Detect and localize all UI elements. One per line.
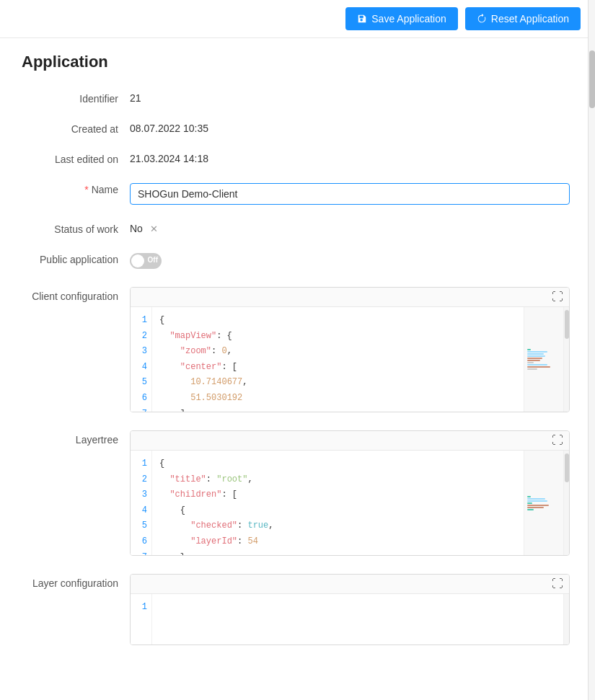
status-work-label: Status of work — [22, 219, 130, 235]
name-input[interactable] — [130, 183, 570, 205]
close-icon: ✕ — [150, 223, 158, 234]
name-row: Name — [22, 180, 573, 205]
layertree-code-body: 1234567 { "title": "root", "children": [… — [131, 451, 524, 555]
layer-config-line-numbers: 1 — [131, 594, 152, 644]
client-config-code-content: { "mapView": { "zoom": 0, "center": [ 10… — [152, 307, 524, 412]
layertree-code-content: { "title": "root", "children": [ { "chec… — [152, 451, 524, 555]
layer-config-code-body: 1 — [131, 594, 563, 644]
expand-icon: ⛶ — [552, 577, 563, 590]
identifier-row: Identifier 21 — [22, 89, 573, 105]
created-at-row: Created at 08.07.2022 10:35 — [22, 119, 573, 135]
status-work-value: No — [130, 223, 143, 234]
status-work-row: Status of work No ✕ — [22, 219, 573, 235]
layer-config-scrollbar[interactable] — [563, 594, 569, 644]
last-edited-row: Last edited on 21.03.2024 14:18 — [22, 149, 573, 165]
status-clear-button[interactable]: ✕ — [149, 223, 159, 234]
page-scrollbar[interactable] — [588, 0, 595, 674]
page-title: Application — [22, 53, 573, 71]
layertree-line-numbers: 1234567 — [131, 451, 152, 555]
toggle-slider: Off — [130, 253, 162, 269]
layer-config-editor[interactable]: ⛶ 1 — [130, 574, 570, 645]
public-application-row: Public application Off — [22, 249, 573, 269]
layertree-editor[interactable]: ⛶ 1234567 { "title": "root", "children":… — [130, 430, 570, 556]
layer-config-expand-button[interactable]: ⛶ — [549, 576, 566, 592]
client-config-scrollbar[interactable] — [563, 307, 569, 412]
layer-config-row: Layer configuration ⛶ 1 — [22, 570, 573, 645]
client-config-minimap — [524, 307, 563, 412]
reset-application-button[interactable]: Reset Application — [465, 7, 581, 30]
main-content: Application Identifier 21 Created at 08.… — [0, 38, 595, 674]
public-application-label: Public application — [22, 249, 130, 265]
layer-config-label: Layer configuration — [22, 570, 130, 589]
last-edited-label: Last edited on — [22, 149, 130, 165]
identifier-label: Identifier — [22, 89, 130, 105]
client-config-code-body: 1234567 { "mapView": { "zoom": 0, "cente… — [131, 307, 524, 412]
client-config-header: ⛶ — [131, 288, 569, 307]
page-scrollbar-thumb[interactable] — [589, 50, 595, 108]
expand-icon: ⛶ — [552, 291, 563, 303]
save-icon — [357, 14, 367, 24]
toggle-container: Off — [130, 253, 573, 269]
toggle-label: Off — [148, 256, 158, 264]
client-config-expand-button[interactable]: ⛶ — [549, 289, 566, 305]
public-toggle[interactable]: Off — [130, 253, 162, 269]
save-application-button[interactable]: Save Application — [345, 7, 458, 30]
client-config-editor[interactable]: ⛶ 1234567 { "mapView": { "zoom": 0, "cen… — [130, 287, 570, 412]
client-config-label: Client configuration — [22, 283, 130, 302]
layertree-scrollbar[interactable] — [563, 451, 569, 555]
last-edited-value: 21.03.2024 14:18 — [130, 149, 573, 164]
created-at-value: 08.07.2022 10:35 — [130, 119, 573, 134]
client-config-line-numbers: 1234567 — [131, 307, 152, 412]
identifier-value: 21 — [130, 89, 573, 104]
layertree-row: Layertree ⛶ 1234567 { "title": "r — [22, 427, 573, 556]
layertree-minimap — [524, 451, 563, 555]
expand-icon: ⛶ — [552, 434, 563, 446]
client-config-row: Client configuration ⛶ 1234567 { — [22, 283, 573, 412]
layer-config-header: ⛶ — [131, 575, 569, 594]
layertree-expand-button[interactable]: ⛶ — [549, 433, 566, 448]
status-work-container: No ✕ — [130, 223, 573, 234]
layer-config-code-content — [152, 594, 563, 644]
created-at-label: Created at — [22, 119, 130, 135]
top-bar: Save Application Reset Application — [0, 0, 595, 38]
layertree-label: Layertree — [22, 427, 130, 446]
name-label: Name — [22, 180, 130, 195]
reset-icon — [477, 14, 487, 24]
layertree-header: ⛶ — [131, 431, 569, 451]
